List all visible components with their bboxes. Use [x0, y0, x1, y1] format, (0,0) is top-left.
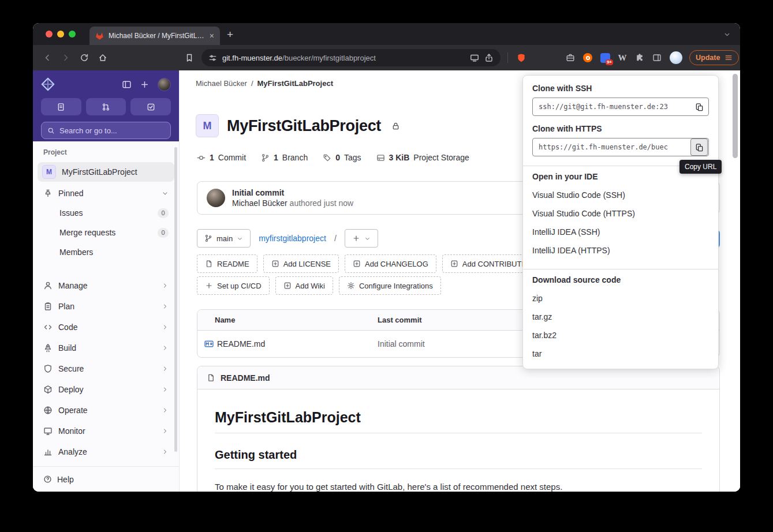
browser-tab[interactable]: Michael Bücker / MyFirstGitLabProject × — [89, 27, 220, 45]
commit-title[interactable]: Initial commit — [232, 188, 353, 197]
search-input[interactable]: Search or go to... — [41, 122, 171, 139]
menu-item-download-zip[interactable]: zip — [523, 289, 718, 308]
extension-briefcase-button[interactable] — [562, 50, 578, 66]
copy-https-url-button[interactable] — [691, 139, 707, 155]
url-text[interactable]: git.fh-muenster.de/buecker/myfirstgitlab… — [222, 54, 465, 62]
sidebar-item-merge-requests[interactable]: Merge requests 0 — [38, 223, 174, 242]
chevron-right-icon — [162, 303, 169, 310]
menu-item-download-tar[interactable]: tar — [523, 344, 718, 363]
add-file-dropdown[interactable] — [345, 229, 378, 248]
profile-avatar[interactable] — [670, 51, 682, 64]
breadcrumb-separator: / — [251, 79, 253, 88]
column-header-name[interactable]: Name — [197, 316, 378, 324]
sidebar-item-plan[interactable]: Plan — [38, 297, 174, 316]
home-button[interactable] — [94, 49, 111, 66]
merge-requests-shortcut-button[interactable] — [86, 98, 126, 115]
sidebar-item-label: Plan — [58, 302, 74, 311]
gitlab-instance-logo-icon[interactable] — [41, 77, 55, 91]
menu-item-intellij-ssh[interactable]: IntelliJ IDEA (SSH) — [523, 223, 718, 241]
sidebar-item-members[interactable]: Members — [38, 243, 174, 261]
sidebar-item-code[interactable]: Code — [38, 318, 174, 336]
puzzle-icon — [635, 53, 644, 62]
issues-shortcut-button[interactable] — [41, 98, 81, 115]
sidebar-item-build[interactable]: Build — [38, 339, 174, 357]
project-header: M MyFirstGitLabProject — [196, 114, 400, 137]
share-icon[interactable] — [484, 53, 494, 62]
sidebar-item-issues[interactable]: Issues 0 — [38, 204, 174, 222]
lock-icon — [391, 122, 400, 130]
back-button[interactable] — [39, 49, 56, 66]
side-panel-button[interactable] — [649, 50, 665, 66]
menu-item-vscode-https[interactable]: Visual Studio Code (HTTPS) — [523, 204, 718, 223]
sidebar-item-monitor[interactable]: Monitor — [38, 422, 174, 440]
address-bar[interactable]: git.fh-muenster.de/buecker/myfirstgitlab… — [201, 49, 501, 66]
sidebar-item-deploy[interactable]: Deploy — [38, 380, 174, 399]
update-button[interactable]: Update — [689, 50, 739, 65]
clone-https-input[interactable] — [533, 138, 691, 156]
stat-value: 3 KiB — [389, 153, 410, 162]
stat-storage[interactable]: 3 KiB Project Storage — [376, 153, 469, 162]
window-zoom-button[interactable] — [69, 31, 76, 38]
extension-target-button[interactable] — [580, 50, 596, 66]
create-new-icon[interactable] — [140, 80, 150, 89]
collapse-sidebar-icon[interactable] — [122, 80, 132, 89]
globe-icon — [43, 406, 53, 415]
sidebar-item-analyze[interactable]: Analyze — [38, 443, 174, 461]
reload-button[interactable] — [76, 49, 93, 66]
configure-integrations-button[interactable]: Configure Integrations — [339, 276, 441, 295]
merge-request-icon — [102, 103, 110, 111]
extension-password-manager-button[interactable]: 9+ — [597, 50, 613, 66]
page-scrollbar[interactable] — [733, 74, 738, 158]
tab-search-chevron-icon[interactable] — [723, 31, 731, 38]
site-settings-icon[interactable] — [208, 54, 217, 62]
todos-shortcut-button[interactable] — [130, 98, 171, 115]
sidebar-help[interactable]: Help — [33, 466, 179, 492]
stat-tags[interactable]: 0 Tags — [323, 153, 361, 162]
window-close-button[interactable] — [46, 31, 53, 38]
stat-branches[interactable]: 1 Branch — [261, 153, 308, 162]
forward-button[interactable] — [57, 49, 74, 66]
breadcrumb-root[interactable]: Michael Bücker — [196, 79, 247, 88]
file-name-link[interactable]: README.md — [217, 339, 265, 349]
menu-item-download-targz[interactable]: tar.gz — [523, 308, 718, 326]
gitlab-sidebar: Search or go to... Project M MyFirstGitL… — [33, 70, 180, 492]
commit-author[interactable]: Michael Bücker — [232, 198, 287, 208]
clone-ssh-input[interactable] — [533, 98, 691, 115]
readme-button[interactable]: README — [197, 254, 257, 273]
menu-item-intellij-https[interactable]: IntelliJ IDEA (HTTPS) — [523, 241, 718, 260]
sidebar-item-manage[interactable]: Manage — [38, 276, 174, 295]
brave-shield-button[interactable] — [513, 49, 530, 66]
sidebar-scrollbar[interactable] — [174, 147, 177, 452]
add-license-button[interactable]: Add LICENSE — [263, 254, 339, 273]
chevron-down-icon — [364, 235, 371, 242]
sidebar-item-secure[interactable]: Secure — [38, 359, 174, 378]
breadcrumb-current[interactable]: MyFirstGitLabProject — [257, 79, 333, 88]
action-label: Add CHANGELOG — [365, 260, 428, 268]
window-minimize-button[interactable] — [57, 31, 64, 38]
user-avatar[interactable] — [158, 78, 171, 91]
sidebar-pinned-toggle[interactable]: Pinned — [38, 184, 174, 203]
setup-cicd-button[interactable]: Set up CI/CD — [197, 276, 270, 295]
bookmark-button[interactable] — [181, 49, 198, 66]
sidebar-item-settings[interactable]: Settings — [38, 463, 174, 466]
repo-path-link[interactable]: myfirstgitlabproject — [259, 234, 326, 243]
extension-wayback-button[interactable]: W — [614, 50, 630, 66]
chevron-right-icon — [162, 407, 169, 414]
readme-header[interactable]: README.md — [197, 366, 719, 389]
tab-close-icon[interactable]: × — [210, 32, 214, 40]
quick-actions-row-1: README Add LICENSE Add CHANGELOG Add CON… — [197, 254, 543, 273]
copy-ssh-url-button[interactable] — [691, 99, 707, 115]
add-changelog-button[interactable]: Add CHANGELOG — [345, 254, 436, 273]
sidebar-item-project[interactable]: M MyFirstGitLabProject — [38, 162, 174, 182]
branch-selector[interactable]: main — [197, 229, 251, 248]
stat-commits[interactable]: 1 Commit — [197, 153, 246, 162]
add-wiki-button[interactable]: Add Wiki — [275, 276, 333, 295]
menu-item-vscode-ssh[interactable]: Visual Studio Code (SSH) — [523, 186, 718, 204]
new-tab-button[interactable]: + — [227, 29, 233, 40]
menu-item-download-tarbz2[interactable]: tar.bz2 — [523, 326, 718, 344]
sidebar-header: Search or go to... — [33, 70, 179, 141]
screen-share-icon[interactable] — [470, 53, 479, 62]
sidebar-item-operate[interactable]: Operate — [38, 401, 174, 419]
extensions-button[interactable] — [632, 50, 648, 66]
plus-icon — [352, 234, 360, 242]
